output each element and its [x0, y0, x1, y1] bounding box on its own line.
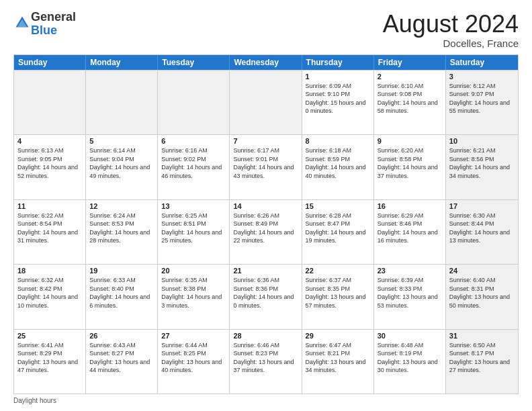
cell-info: Sunrise: 6:32 AM Sunset: 8:42 PM Dayligh…	[17, 276, 82, 310]
calendar-week-1: 1Sunrise: 6:09 AM Sunset: 9:10 PM Daylig…	[14, 70, 518, 134]
calendar-cell-17: 17Sunrise: 6:30 AM Sunset: 8:44 PM Dayli…	[446, 200, 518, 264]
calendar: SundayMondayTuesdayWednesdayThursdayFrid…	[13, 54, 519, 394]
cell-info: Sunrise: 6:18 AM Sunset: 8:59 PM Dayligh…	[306, 146, 370, 180]
footer: Daylight hours	[13, 397, 519, 404]
day-number: 22	[306, 267, 370, 275]
calendar-cell-5: 5Sunrise: 6:14 AM Sunset: 9:04 PM Daylig…	[86, 135, 158, 199]
cell-info: Sunrise: 6:44 AM Sunset: 8:25 PM Dayligh…	[161, 341, 226, 375]
logo-icon	[15, 15, 30, 30]
calendar-week-2: 4Sunrise: 6:13 AM Sunset: 9:05 PM Daylig…	[14, 134, 518, 199]
calendar-cell-2: 2Sunrise: 6:10 AM Sunset: 9:08 PM Daylig…	[374, 71, 446, 134]
calendar-week-5: 25Sunrise: 6:41 AM Sunset: 8:29 PM Dayli…	[14, 329, 518, 394]
daylight-label: Daylight hours	[13, 397, 56, 404]
cell-info: Sunrise: 6:37 AM Sunset: 8:35 PM Dayligh…	[306, 276, 370, 310]
calendar-week-4: 18Sunrise: 6:32 AM Sunset: 8:42 PM Dayli…	[14, 264, 518, 328]
day-number: 4	[17, 137, 82, 145]
calendar-cell-3: 3Sunrise: 6:12 AM Sunset: 9:07 PM Daylig…	[446, 71, 518, 134]
calendar-header-row: SundayMondayTuesdayWednesdayThursdayFrid…	[14, 55, 518, 70]
day-header-thursday: Thursday	[302, 55, 374, 70]
location: Docelles, France	[383, 38, 519, 49]
calendar-cell-20: 20Sunrise: 6:35 AM Sunset: 8:38 PM Dayli…	[158, 265, 230, 328]
calendar-cell-empty-2	[158, 71, 230, 134]
day-number: 6	[161, 137, 226, 145]
calendar-cell-empty-1	[86, 71, 158, 134]
calendar-cell-21: 21Sunrise: 6:36 AM Sunset: 8:36 PM Dayli…	[230, 265, 302, 328]
day-number: 7	[233, 137, 298, 145]
cell-info: Sunrise: 6:26 AM Sunset: 8:49 PM Dayligh…	[233, 212, 298, 245]
calendar-cell-18: 18Sunrise: 6:32 AM Sunset: 8:42 PM Dayli…	[14, 265, 86, 328]
day-number: 16	[378, 202, 442, 210]
calendar-cell-19: 19Sunrise: 6:33 AM Sunset: 8:40 PM Dayli…	[86, 265, 158, 328]
day-number: 10	[449, 137, 515, 145]
day-number: 18	[17, 267, 82, 275]
cell-info: Sunrise: 6:14 AM Sunset: 9:04 PM Dayligh…	[89, 146, 154, 180]
calendar-cell-9: 9Sunrise: 6:20 AM Sunset: 8:58 PM Daylig…	[374, 135, 446, 199]
calendar-cell-27: 27Sunrise: 6:44 AM Sunset: 8:25 PM Dayli…	[158, 330, 230, 394]
cell-info: Sunrise: 6:21 AM Sunset: 8:56 PM Dayligh…	[449, 146, 515, 180]
month-title: August 2024	[383, 11, 519, 38]
cell-info: Sunrise: 6:47 AM Sunset: 8:21 PM Dayligh…	[306, 341, 370, 375]
logo-blue: Blue	[31, 24, 57, 37]
cell-info: Sunrise: 6:20 AM Sunset: 8:58 PM Dayligh…	[378, 146, 442, 180]
logo-text: General Blue	[31, 11, 76, 38]
calendar-cell-28: 28Sunrise: 6:46 AM Sunset: 8:23 PM Dayli…	[230, 330, 302, 394]
cell-info: Sunrise: 6:43 AM Sunset: 8:27 PM Dayligh…	[89, 341, 154, 375]
cell-info: Sunrise: 6:46 AM Sunset: 8:23 PM Dayligh…	[233, 341, 298, 375]
day-header-wednesday: Wednesday	[230, 55, 302, 70]
cell-info: Sunrise: 6:50 AM Sunset: 8:17 PM Dayligh…	[449, 341, 515, 375]
day-number: 26	[89, 332, 154, 340]
cell-info: Sunrise: 6:41 AM Sunset: 8:29 PM Dayligh…	[17, 341, 82, 375]
cell-info: Sunrise: 6:13 AM Sunset: 9:05 PM Dayligh…	[17, 146, 82, 180]
calendar-cell-26: 26Sunrise: 6:43 AM Sunset: 8:27 PM Dayli…	[86, 330, 158, 394]
calendar-cell-22: 22Sunrise: 6:37 AM Sunset: 8:35 PM Dayli…	[302, 265, 374, 328]
cell-info: Sunrise: 6:22 AM Sunset: 8:54 PM Dayligh…	[17, 212, 82, 245]
cell-info: Sunrise: 6:30 AM Sunset: 8:44 PM Dayligh…	[449, 212, 515, 245]
calendar-cell-12: 12Sunrise: 6:24 AM Sunset: 8:53 PM Dayli…	[86, 200, 158, 264]
day-number: 24	[449, 267, 515, 275]
calendar-cell-11: 11Sunrise: 6:22 AM Sunset: 8:54 PM Dayli…	[14, 200, 86, 264]
day-header-sunday: Sunday	[14, 55, 86, 70]
day-number: 8	[306, 137, 370, 145]
day-header-friday: Friday	[374, 55, 446, 70]
day-number: 28	[233, 332, 298, 340]
calendar-week-3: 11Sunrise: 6:22 AM Sunset: 8:54 PM Dayli…	[14, 199, 518, 264]
cell-info: Sunrise: 6:16 AM Sunset: 9:02 PM Dayligh…	[161, 146, 226, 180]
day-number: 31	[449, 332, 515, 340]
calendar-cell-8: 8Sunrise: 6:18 AM Sunset: 8:59 PM Daylig…	[302, 135, 374, 199]
calendar-cell-10: 10Sunrise: 6:21 AM Sunset: 8:56 PM Dayli…	[446, 135, 518, 199]
day-number: 30	[378, 332, 442, 340]
day-number: 23	[378, 267, 442, 275]
logo: General Blue	[13, 11, 76, 38]
day-number: 25	[17, 332, 82, 340]
cell-info: Sunrise: 6:09 AM Sunset: 9:10 PM Dayligh…	[306, 82, 370, 116]
day-number: 27	[161, 332, 226, 340]
calendar-cell-13: 13Sunrise: 6:25 AM Sunset: 8:51 PM Dayli…	[158, 200, 230, 264]
cell-info: Sunrise: 6:33 AM Sunset: 8:40 PM Dayligh…	[89, 276, 154, 310]
cell-info: Sunrise: 6:36 AM Sunset: 8:36 PM Dayligh…	[233, 276, 298, 310]
cell-info: Sunrise: 6:17 AM Sunset: 9:01 PM Dayligh…	[233, 146, 298, 180]
day-header-monday: Monday	[86, 55, 158, 70]
day-number: 20	[161, 267, 226, 275]
day-number: 3	[449, 73, 515, 81]
header: General Blue August 2024 Docelles, Franc…	[13, 11, 519, 49]
day-number: 14	[233, 202, 298, 210]
calendar-cell-25: 25Sunrise: 6:41 AM Sunset: 8:29 PM Dayli…	[14, 330, 86, 394]
day-number: 15	[306, 202, 370, 210]
cell-info: Sunrise: 6:28 AM Sunset: 8:47 PM Dayligh…	[306, 212, 370, 245]
page: General Blue August 2024 Docelles, Franc…	[0, 0, 532, 411]
calendar-cell-4: 4Sunrise: 6:13 AM Sunset: 9:05 PM Daylig…	[14, 135, 86, 199]
calendar-cell-24: 24Sunrise: 6:40 AM Sunset: 8:31 PM Dayli…	[446, 265, 518, 328]
calendar-cell-7: 7Sunrise: 6:17 AM Sunset: 9:01 PM Daylig…	[230, 135, 302, 199]
cell-info: Sunrise: 6:39 AM Sunset: 8:33 PM Dayligh…	[378, 276, 442, 310]
calendar-cell-14: 14Sunrise: 6:26 AM Sunset: 8:49 PM Dayli…	[230, 200, 302, 264]
calendar-cell-30: 30Sunrise: 6:48 AM Sunset: 8:19 PM Dayli…	[374, 330, 446, 394]
day-number: 1	[306, 73, 370, 81]
day-number: 29	[306, 332, 370, 340]
calendar-body: 1Sunrise: 6:09 AM Sunset: 9:10 PM Daylig…	[14, 70, 518, 394]
title-block: August 2024 Docelles, France	[383, 11, 519, 49]
day-number: 12	[89, 202, 154, 210]
calendar-cell-15: 15Sunrise: 6:28 AM Sunset: 8:47 PM Dayli…	[302, 200, 374, 264]
calendar-cell-1: 1Sunrise: 6:09 AM Sunset: 9:10 PM Daylig…	[302, 71, 374, 134]
cell-info: Sunrise: 6:35 AM Sunset: 8:38 PM Dayligh…	[161, 276, 226, 310]
calendar-cell-29: 29Sunrise: 6:47 AM Sunset: 8:21 PM Dayli…	[302, 330, 374, 394]
